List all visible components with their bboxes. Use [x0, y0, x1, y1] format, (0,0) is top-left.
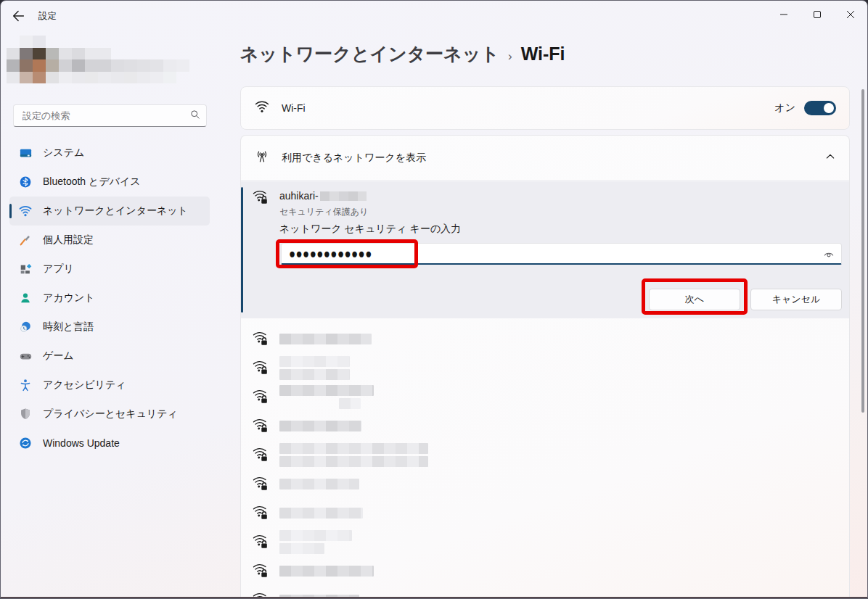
personalization-icon	[18, 233, 33, 247]
wifi-toggle-state-label: オン	[774, 102, 795, 115]
secured-wifi-icon	[252, 505, 269, 521]
redacted-ssid-blur	[279, 443, 428, 454]
secured-wifi-icon	[252, 418, 269, 434]
available-network-list	[241, 324, 849, 599]
secured-wifi-icon	[252, 534, 269, 550]
settings-window: 設定 システムBluetooth とデバイスネットワークとインターネット個人用設…	[0, 0, 868, 599]
breadcrumb-separator-icon: ›	[508, 49, 512, 64]
redacted-ssid-blur	[279, 530, 352, 541]
cancel-button[interactable]: キャンセル	[750, 289, 842, 310]
security-note: セキュリティ保護あり	[279, 206, 368, 218]
gaming-icon	[18, 349, 33, 363]
security-key-prompt: ネットワーク セキュリティ キーの入力	[279, 223, 461, 236]
wifi-icon	[254, 99, 270, 117]
windows-update-icon	[18, 436, 33, 450]
redacted-ssid-blur	[279, 479, 359, 489]
network-list-item-redacted[interactable]	[241, 527, 849, 556]
sidebar-item-label: ゲーム	[43, 350, 74, 363]
breadcrumb: ネットワークとインターネット › Wi-Fi	[240, 42, 565, 66]
network-list-item-redacted[interactable]	[241, 382, 849, 411]
chevron-up-icon[interactable]	[824, 151, 836, 165]
titlebar: 設定	[1, 1, 867, 30]
accounts-icon	[18, 291, 33, 305]
time-language-icon	[18, 320, 33, 334]
network-security-key-input[interactable]: ●●●●●●●●●●●●	[281, 243, 842, 265]
accessibility-icon	[18, 378, 33, 392]
page-title: Wi-Fi	[521, 44, 565, 65]
search-input[interactable]	[21, 110, 189, 122]
selected-network-ssid: auhikari-	[279, 190, 367, 202]
user-avatar-redacted[interactable]	[7, 36, 189, 83]
sidebar-item-label: アプリ	[43, 263, 74, 276]
sidebar-item-label: 時刻と言語	[43, 321, 94, 334]
show-available-networks-row[interactable]: 利用できるネットワークを表示	[241, 136, 849, 181]
secured-wifi-icon	[252, 389, 269, 405]
network-list-item-redacted[interactable]	[241, 469, 849, 498]
sidebar-nav: システムBluetooth とデバイスネットワークとインターネット個人用設定アプ…	[9, 139, 210, 458]
selected-indicator	[9, 204, 12, 218]
privacy-icon	[18, 407, 33, 421]
sidebar-item-personalization[interactable]: 個人用設定	[9, 226, 210, 255]
reveal-password-eye-icon[interactable]	[822, 248, 835, 261]
sidebar-item-label: システム	[43, 146, 84, 160]
secured-wifi-icon	[252, 331, 269, 347]
redacted-ssid-blur	[279, 421, 361, 431]
redacted-ssid-blur	[279, 356, 350, 367]
system-icon	[18, 146, 33, 160]
next-button[interactable]: 次へ	[649, 289, 740, 310]
close-button[interactable]	[834, 1, 867, 28]
sidebar-item-apps[interactable]: アプリ	[9, 255, 210, 284]
redacted-ssid-blur	[279, 566, 374, 577]
selected-network-item[interactable]: auhikari- セキュリティ保護あり ネットワーク セキュリティ キーの入力…	[241, 181, 849, 318]
sidebar-item-time-language[interactable]: 時刻と言語	[9, 313, 210, 342]
sidebar-item-label: 個人用設定	[43, 234, 94, 247]
maximize-button[interactable]	[801, 1, 834, 28]
network-list-item-redacted[interactable]	[241, 556, 849, 585]
sidebar-item-privacy[interactable]: プライバシーとセキュリティ	[9, 400, 210, 429]
app-title: 設定	[38, 10, 57, 22]
redacted-ssid-blur	[279, 334, 372, 344]
redacted-ssid-blur	[339, 398, 361, 409]
sidebar-item-system[interactable]: システム	[9, 139, 210, 168]
sidebar-item-accessibility[interactable]: アクセシビリティ	[9, 371, 210, 400]
selection-accent-bar	[241, 187, 243, 313]
redacted-ssid-blur	[279, 543, 324, 554]
redacted-ssid-blur	[279, 369, 350, 380]
sidebar-item-label: Bluetooth とデバイス	[43, 175, 141, 189]
minimize-button[interactable]	[767, 1, 801, 28]
sidebar-item-bluetooth[interactable]: Bluetooth とデバイス	[9, 168, 210, 197]
redacted-ssid-blur	[279, 456, 428, 467]
secured-wifi-icon	[252, 447, 269, 463]
network-list-item-redacted[interactable]	[241, 498, 849, 527]
sidebar-item-label: アクセシビリティ	[43, 379, 126, 392]
wifi-toggle[interactable]	[804, 101, 836, 115]
redacted-ssid-blur	[279, 508, 363, 519]
bluetooth-icon	[18, 175, 33, 189]
network-list-item-redacted[interactable]	[241, 324, 849, 353]
breadcrumb-parent[interactable]: ネットワークとインターネット	[240, 42, 499, 66]
wifi-row-label: Wi-Fi	[282, 102, 306, 114]
network-list-item-redacted[interactable]	[241, 411, 849, 440]
show-available-networks-label: 利用できるネットワークを表示	[282, 152, 426, 165]
settings-search-box[interactable]	[13, 104, 207, 127]
network-icon	[18, 204, 33, 218]
sidebar-item-gaming[interactable]: ゲーム	[9, 342, 210, 371]
network-list-item-redacted[interactable]	[241, 353, 849, 382]
sidebar-item-windows-update[interactable]: Windows Update	[9, 429, 210, 458]
apps-icon	[18, 262, 33, 276]
sidebar-item-label: ネットワークとインターネット	[43, 205, 188, 218]
sidebar-item-label: アカウント	[43, 292, 95, 305]
secured-wifi-icon	[252, 360, 269, 376]
scrollbar-thumb[interactable]	[861, 89, 864, 413]
network-list-item-redacted[interactable]	[241, 440, 849, 469]
sidebar-item-label: Windows Update	[43, 437, 120, 449]
sidebar-item-accounts[interactable]: アカウント	[9, 284, 210, 313]
back-button[interactable]	[11, 8, 27, 24]
secured-wifi-icon	[252, 563, 269, 579]
sidebar-item-label: プライバシーとセキュリティ	[43, 408, 178, 421]
toggle-knob	[824, 103, 834, 113]
available-networks-card: 利用できるネットワークを表示 auhikari- セキュリティ保護あり ネットワ…	[240, 135, 850, 599]
sidebar-item-network[interactable]: ネットワークとインターネット	[9, 197, 210, 226]
redacted-ssid-blur	[279, 385, 374, 396]
secured-wifi-icon	[252, 189, 269, 208]
